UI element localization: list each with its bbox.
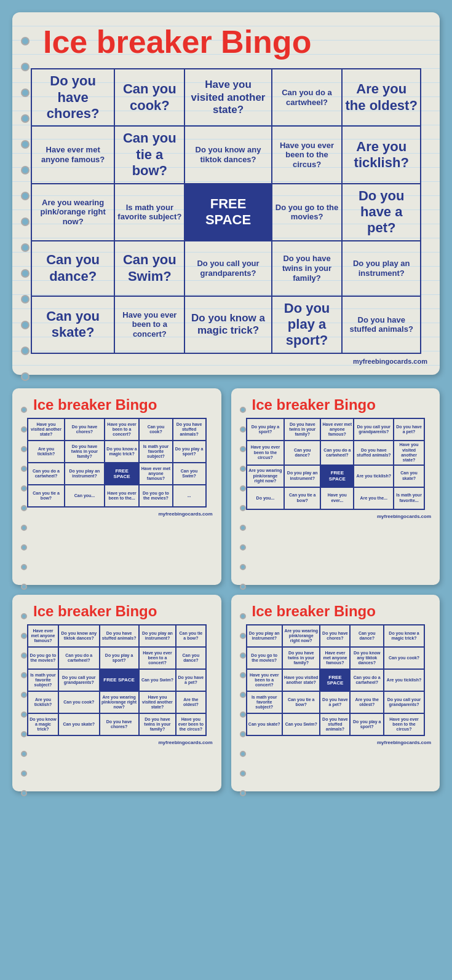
hole: [240, 692, 246, 698]
table-row: Have you visited another state? Do you h…: [28, 418, 206, 441]
small-card-2: Ice breaker Bingo Do you play a sport? D…: [231, 388, 440, 585]
hole: [240, 711, 246, 718]
sc1-free: FREE SPACE: [105, 463, 139, 485]
hole: [21, 426, 27, 433]
hole: [21, 63, 30, 71]
hole: [21, 525, 27, 531]
main-watermark: myfreebingocards.com: [25, 358, 427, 365]
sc1-r0c2: Have you ever been to a concert?: [105, 418, 139, 441]
sc2-r2c1: Do you play an instrument?: [284, 465, 320, 487]
hole: [21, 269, 30, 278]
sc3-r3c3: Have you visited another state?: [139, 691, 176, 713]
hole: [21, 751, 27, 757]
hole: [21, 770, 27, 777]
sc2-free: FREE SPACE: [320, 465, 354, 487]
sc1-r0c1: Do you have chores?: [65, 418, 105, 441]
table-row: Do you play an instrument? Are you weari…: [247, 625, 425, 647]
hole: [21, 192, 30, 200]
sc4-r0c3: Can you dance?: [350, 625, 384, 647]
hole: [21, 485, 27, 492]
sc3-r2c4: Do you have a pet?: [176, 669, 205, 691]
sc3-r2c1: Do you call your grandparents?: [58, 669, 100, 691]
sc1-r1c0: Are you ticklish?: [28, 441, 65, 463]
hole: [21, 321, 30, 329]
sc2-r3c4: Is math your favorite...: [394, 487, 424, 509]
hole: [21, 672, 27, 678]
small-watermark-1: myfreebingocards.com: [21, 511, 213, 517]
sc2-r2c4: Can you skate?: [394, 465, 424, 487]
small-cards-group-2: Ice breaker Bingo Have ever met anyone f…: [12, 595, 440, 791]
hole: [240, 731, 246, 737]
hole: [240, 407, 246, 413]
cell-r3c4: Do you play an instrument?: [342, 241, 421, 296]
sc2-r1c0: Have you ever been to the circus?: [247, 441, 285, 465]
sc3-r1c1: Can you do a cartwheel?: [58, 647, 100, 669]
cell-r1c4: Are you ticklish?: [342, 126, 421, 183]
small-watermark-4: myfreebingocards.com: [240, 740, 432, 745]
free-space-cell: FREE SPACE: [184, 184, 271, 241]
hole-punches-4: [240, 613, 246, 796]
hole: [240, 613, 246, 619]
sc3-r0c3: Do you play an instrument?: [139, 625, 176, 647]
main-bingo-grid: Do you have chores? Can you cook? Have y…: [31, 68, 421, 354]
hole: [21, 505, 27, 511]
cell-r4c3: Do you play a sport?: [272, 296, 343, 353]
sc3-r4c2: Do you have chores?: [100, 713, 139, 735]
sc3-r4c3: Do you have twins in your family?: [139, 713, 176, 735]
hole: [21, 347, 30, 355]
cell-r2c0: Are you wearing pink/orange right now?: [31, 184, 114, 241]
sc4-r2c1: Have you visited another state?: [282, 669, 320, 691]
small-title-3: Ice breaker Bingo: [33, 603, 213, 619]
hole: [240, 672, 246, 678]
sc4-r3c0: Is math your favorite subject?: [247, 691, 282, 713]
hole: [21, 653, 27, 659]
hole-punches-2: [240, 407, 246, 590]
hole: [21, 564, 27, 570]
cell-r3c1: Can you Swim?: [114, 241, 184, 296]
small-bingo-grid-2: Do you play a sport? Do you have twins i…: [246, 418, 426, 510]
sc4-r4c0: Can you skate?: [247, 713, 282, 735]
table-row: Can you tie a bow? Can you... Have you e…: [28, 485, 206, 507]
hole: [21, 243, 30, 252]
sc1-r3c0: Can you tie a bow?: [28, 485, 65, 507]
sc3-r4c4: Have you ever been to the circus?: [176, 713, 205, 735]
cell-r0c3: Can you do a cartwheel?: [272, 69, 343, 126]
small-card-4: Ice breaker Bingo Do you play an instrum…: [231, 595, 440, 791]
sc1-r3c2: Have you ever been to the...: [105, 485, 139, 507]
small-title-2: Ice breaker Bingo: [252, 397, 432, 413]
sc3-r1c0: Do you go to the movies?: [28, 647, 58, 669]
sc2-r3c2: Have you ever...: [320, 487, 354, 509]
sc1-r3c1: Can you...: [65, 485, 105, 507]
hole: [21, 790, 27, 796]
hole: [240, 790, 246, 796]
sc2-r1c2: Can you do a cartwheel?: [320, 441, 354, 465]
sc2-r3c3: Are you the...: [354, 487, 394, 509]
sc3-r4c1: Can you skate?: [58, 713, 100, 735]
sc2-r0c2: Have ever met anyone famous?: [320, 418, 354, 441]
sc4-free: FREE SPACE: [320, 669, 350, 691]
sc4-r1c0: Do you go to the movies?: [247, 647, 282, 669]
main-title: Ice breaker Bingo: [43, 25, 427, 60]
hole: [21, 166, 30, 174]
small-title-1: Ice breaker Bingo: [33, 397, 213, 413]
table-row: Can you do a cartwheel? Do you play an i…: [28, 463, 206, 485]
sc3-r0c2: Do you have stuffed animals?: [100, 625, 139, 647]
hole: [21, 446, 27, 452]
table-row: Do you play a sport? Do you have twins i…: [247, 418, 425, 441]
small-cards-group: Ice breaker Bingo Have you visited anoth…: [12, 388, 440, 585]
cell-r4c4: Do you have stuffed animals?: [342, 296, 421, 353]
sc3-r1c3: Have you ever been to a concert?: [139, 647, 176, 669]
sc3-r2c3: Can you Swim?: [139, 669, 176, 691]
sc2-r1c1: Can you dance?: [284, 441, 320, 465]
hole-punches-1: [21, 407, 27, 590]
hole: [240, 770, 246, 777]
table-row: Have ever met anyone famous? Can you tie…: [31, 126, 421, 183]
hole-punches-3: [21, 613, 27, 796]
cell-r4c1: Have you ever been to a concert?: [114, 296, 184, 353]
sc3-r3c2: Are you wearing pink/orange right now?: [100, 691, 139, 713]
hole: [240, 544, 246, 551]
sc3-r3c4: Are the oldest?: [176, 691, 205, 713]
sc1-r1c2: Do you know a magic trick?: [105, 441, 139, 463]
hole: [240, 485, 246, 492]
table-row: Are you ticklish? Do you have twins in y…: [28, 441, 206, 463]
